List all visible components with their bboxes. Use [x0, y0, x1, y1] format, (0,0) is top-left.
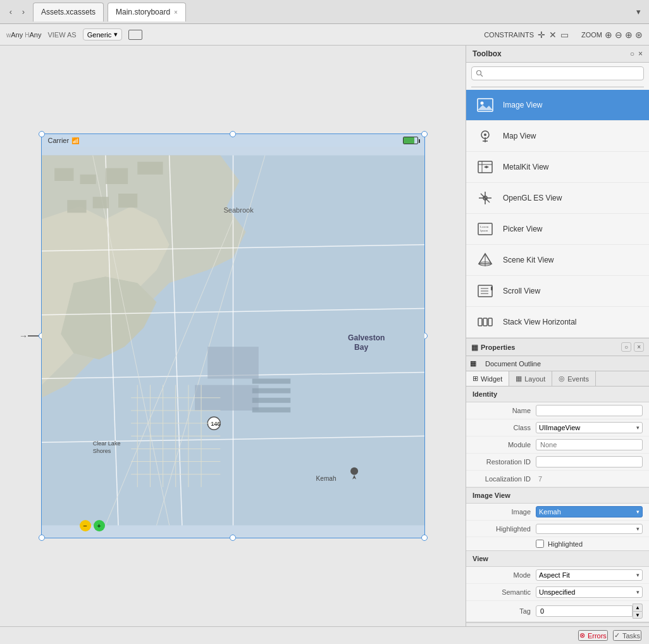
view-select-chevron: ▾ — [114, 30, 118, 39]
prop-tabs: ⊞ Widget ▦ Layout ◎ Events — [466, 371, 649, 387]
tab-close-button[interactable]: × — [174, 9, 178, 16]
handle-bottom-right[interactable] — [421, 535, 428, 541]
topbar-chevron-down[interactable]: ▾ — [633, 6, 644, 18]
tab-layout[interactable]: ▦ Layout — [509, 371, 552, 386]
svg-text:Seabrook: Seabrook — [223, 206, 254, 214]
arrow-icon: → — [19, 331, 28, 341]
tab-widget-label: Widget — [481, 375, 502, 383]
carrier: Carrier 📶 — [48, 137, 80, 144]
tag-input[interactable] — [536, 605, 633, 617]
battery-fill — [404, 137, 415, 144]
nav-back-button[interactable]: ‹ — [5, 6, 16, 18]
toolbox-close-button[interactable]: × — [638, 49, 643, 58]
handle-top-right[interactable] — [421, 131, 428, 137]
handle-bottom-left[interactable] — [39, 535, 45, 541]
semantic-select[interactable]: Unspecified ▾ — [536, 586, 643, 598]
toolbox-item-opengl-view[interactable]: OpenGL ES View — [466, 183, 649, 214]
toolbox-item-picker-view[interactable]: Lorem Ipsum Picker View — [466, 214, 649, 245]
events-icon: ◎ — [559, 375, 565, 383]
scroll-view-icon — [475, 281, 495, 301]
semantic-row: Semantic Unspecified ▾ — [466, 584, 649, 601]
phone-inner: Carrier 📶 — [42, 134, 424, 538]
toolbox-item-metalkit-view[interactable]: MetalKit View — [466, 152, 649, 183]
image-view-header: Image View — [466, 488, 649, 504]
highlighted-checkbox-row: Highlighted — [466, 537, 649, 550]
highlighted-label: Highlighted — [473, 525, 536, 533]
yellow-button[interactable]: − — [80, 520, 91, 531]
bottom-bar: ⊗ Errors ✓ Tasks — [0, 626, 649, 644]
zoom-reset-button[interactable]: ⊛ — [635, 30, 643, 40]
restoration-id-input[interactable] — [536, 456, 643, 468]
zoom-fit-button[interactable]: ⊕ — [605, 30, 612, 40]
mode-row: Mode Aspect Fit ▾ — [466, 567, 649, 584]
tab-events[interactable]: ◎ Events — [552, 371, 596, 386]
tasks-label: Tasks — [622, 632, 640, 640]
name-row: Name — [466, 402, 649, 419]
toolbox-item-stack-view-h[interactable]: Stack View Horizontal — [466, 307, 649, 338]
toolbox-minimize-button[interactable]: ○ — [630, 49, 634, 58]
nav-forward-button[interactable]: › — [18, 6, 29, 18]
tag-row: Tag ▲ ▼ — [466, 601, 649, 622]
toolbox-item-scroll-view[interactable]: Scroll View — [466, 276, 649, 307]
green-button[interactable]: + — [94, 520, 105, 531]
tab-assets[interactable]: Assets.xcassets — [33, 3, 104, 22]
image-select-value: Kemah — [539, 508, 561, 516]
class-select-chevron: ▾ — [636, 424, 640, 431]
phone-frame[interactable]: Carrier 📶 — [41, 133, 425, 538]
prop-minimize-button[interactable]: ○ — [621, 342, 631, 352]
scroll-view-label: Scroll View — [503, 287, 540, 295]
constraints-layout-button[interactable]: ▭ — [560, 30, 569, 40]
svg-text:Ipsum: Ipsum — [480, 229, 488, 232]
carrier-label: Carrier — [48, 137, 70, 144]
tag-increment-button[interactable]: ▲ — [633, 604, 643, 611]
highlighted-select[interactable]: ▾ — [536, 524, 643, 534]
toolbox-title: Toolbox — [473, 49, 502, 58]
svg-rect-75 — [483, 318, 487, 326]
toolbox-search-input[interactable] — [471, 66, 644, 80]
handle-top-left[interactable] — [39, 131, 45, 137]
doc-outline-tab[interactable]: Document Outline — [480, 357, 546, 371]
constraints-label: CONSTRAINTS — [484, 31, 534, 39]
class-row: Class UIImageView ▾ — [466, 419, 649, 437]
properties-panel: ▦ Properties ○ × ▦ Document Outline ⊞ Wi… — [466, 338, 649, 626]
tag-number-row: ▲ ▼ — [536, 604, 643, 619]
tasks-button[interactable]: ✓ Tasks — [613, 630, 641, 641]
svg-rect-15 — [80, 175, 96, 184]
toolbox-item-scene-kit-view[interactable]: Scene Kit View — [466, 245, 649, 276]
metalkit-view-icon — [475, 157, 495, 177]
size-class-label: wAny HAny — [6, 31, 41, 39]
toolbox-item-map-view[interactable]: Map View — [466, 121, 649, 152]
errors-button[interactable]: ⊗ Errors — [578, 630, 608, 641]
tab-main-storyboard[interactable]: Main.storyboard × — [108, 3, 186, 22]
remove-constraints-button[interactable]: ✕ — [549, 30, 557, 40]
localization-id-number: 7 — [538, 475, 542, 483]
view-select[interactable]: Generic ▾ — [83, 28, 123, 40]
mode-select[interactable]: Aspect Fit ▾ — [536, 569, 643, 581]
map-view-icon — [475, 126, 495, 146]
handle-top-center[interactable] — [230, 131, 236, 137]
map-container: Seabrook Galveston Bay Clear Lake Shores… — [42, 147, 424, 534]
handle-bottom-center[interactable] — [230, 535, 236, 541]
name-input[interactable] — [536, 405, 643, 416]
toolbox-item-image-view[interactable]: Image View — [466, 90, 649, 121]
prop-close-button[interactable]: × — [634, 342, 644, 352]
module-input[interactable] — [536, 439, 643, 450]
class-select[interactable]: UIImageView ▾ — [536, 422, 643, 433]
image-select[interactable]: Kemah ▾ — [536, 506, 643, 517]
canvas-area[interactable]: → Carrier 📶 — [0, 46, 466, 626]
add-constraints-button[interactable]: ✛ — [538, 30, 545, 40]
view-select-value: Generic — [87, 31, 112, 39]
tab-widget[interactable]: ⊞ Widget — [466, 371, 509, 386]
canvas-inner: → Carrier 📶 — [0, 46, 466, 626]
zoom-out-button[interactable]: ⊖ — [615, 30, 622, 40]
tag-decrement-button[interactable]: ▼ — [633, 611, 643, 619]
top-bar: ‹ › Assets.xcassets Main.storyboard × ▾ — [0, 0, 649, 24]
svg-rect-45 — [252, 388, 290, 393]
svg-rect-14 — [54, 168, 73, 181]
module-value — [536, 439, 643, 450]
battery-icon — [403, 137, 418, 144]
highlighted-checkbox[interactable] — [536, 540, 544, 548]
zoom-in-button[interactable]: ⊕ — [625, 30, 633, 40]
image-row: Image Kemah ▾ — [466, 504, 649, 521]
error-icon: ⊗ — [579, 631, 585, 640]
